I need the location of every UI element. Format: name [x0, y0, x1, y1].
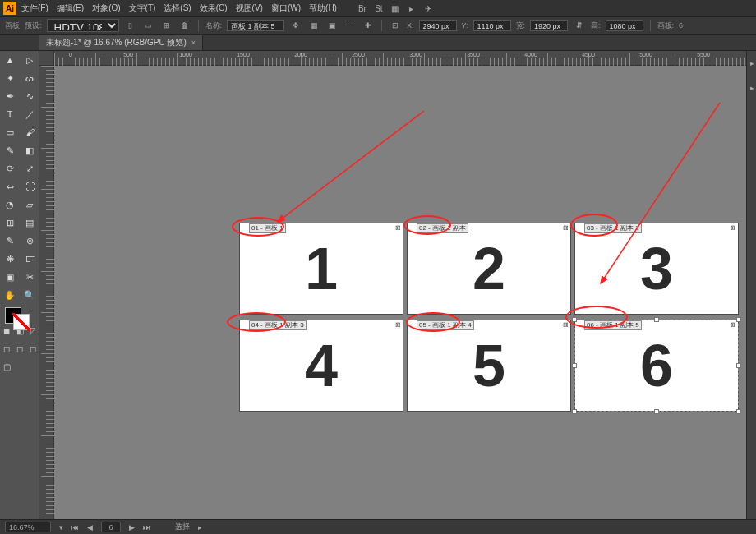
hand-tool[interactable]: ✋: [0, 286, 20, 304]
y-field[interactable]: 1110 px: [473, 20, 511, 31]
move-with-art-icon[interactable]: ✥: [289, 19, 302, 32]
blend-tool[interactable]: ⊚: [20, 232, 39, 250]
draw-behind[interactable]: ◻: [13, 340, 26, 357]
document-tab[interactable]: 未标题-1* @ 16.67% (RGB/GPU 预览) ×: [39, 35, 203, 50]
panel-icon[interactable]: ▸: [747, 76, 756, 100]
artboard-4[interactable]: 4 ⊠: [240, 320, 403, 411]
stroke-swatch[interactable]: [13, 314, 30, 330]
artboard-2[interactable]: 2 ⊠: [408, 223, 570, 314]
align-icon[interactable]: ▦: [307, 19, 320, 32]
width-tool[interactable]: ⇔: [0, 177, 20, 196]
gradient-tool[interactable]: ▤: [20, 214, 39, 232]
curvature-tool[interactable]: ∿: [20, 87, 39, 105]
draw-normal[interactable]: ◻: [0, 340, 13, 357]
artboard-4-label[interactable]: 04 - 画板 1 副本 3: [249, 320, 307, 330]
status-info-dropdown[interactable]: ▸: [198, 523, 202, 532]
perspective-tool[interactable]: ▱: [20, 196, 39, 214]
artboard-5-label[interactable]: 05 - 画板 1 副本 4: [417, 320, 474, 330]
shape-builder-tool[interactable]: ◔: [0, 196, 20, 214]
line-tool[interactable]: ／: [20, 105, 39, 123]
options-icon[interactable]: ⋯: [343, 19, 357, 32]
artboard-name-field[interactable]: 画板 1 副本 5: [227, 20, 284, 31]
right-dock[interactable]: ▸ ▸: [746, 51, 756, 519]
magic-wand-tool[interactable]: ✦: [0, 69, 20, 87]
free-transform-tool[interactable]: ⛶: [20, 177, 39, 196]
zoom-tool[interactable]: 🔍: [20, 286, 39, 304]
canvas-area[interactable]: 0500100015002000250030003500400045005000…: [39, 51, 756, 519]
symbol-sprayer-tool[interactable]: ❋: [0, 250, 20, 268]
artboard-index-field[interactable]: 6: [101, 522, 121, 532]
close-tab-icon[interactable]: ×: [191, 39, 196, 47]
rectangle-tool[interactable]: ▭: [0, 123, 20, 141]
nav-prev-artboard[interactable]: ◀: [87, 523, 93, 532]
delete-artboard-icon[interactable]: 🗑: [178, 19, 191, 32]
menu-object[interactable]: 对象(O): [89, 1, 123, 16]
direct-selection-tool[interactable]: ▷: [20, 51, 39, 69]
eraser-tool[interactable]: ◧: [20, 141, 39, 159]
selection-handle[interactable]: [736, 363, 741, 368]
horizontal-ruler[interactable]: 0500100015002000250030003500400045005000…: [54, 51, 756, 66]
menu-file[interactable]: 文件(F): [18, 1, 52, 16]
artboard-1-label[interactable]: 01 - 画板 1: [249, 223, 286, 233]
selection-handle[interactable]: [736, 409, 741, 414]
send-icon[interactable]: ✈: [422, 2, 434, 14]
fill-stroke-swatch[interactable]: [0, 304, 39, 332]
rotate-tool[interactable]: ⟳: [0, 159, 20, 177]
menu-window[interactable]: 窗口(W): [268, 1, 304, 16]
shaper-tool[interactable]: ✎: [0, 141, 20, 159]
draw-inside[interactable]: ◻: [26, 340, 39, 357]
panel-icon[interactable]: ▸: [747, 51, 756, 76]
nav-first-artboard[interactable]: ⏮: [71, 523, 79, 532]
menu-type[interactable]: 文字(T): [126, 1, 159, 16]
x-field[interactable]: 2940 px: [419, 20, 457, 31]
selection-handle[interactable]: [654, 409, 659, 414]
orientation-portrait-icon[interactable]: ▯: [124, 19, 137, 32]
slice-tool[interactable]: ✂: [20, 268, 39, 286]
menu-view[interactable]: 视图(V): [233, 1, 266, 16]
paintbrush-tool[interactable]: 🖌: [20, 123, 39, 141]
arrange-icon[interactable]: ▦: [390, 2, 401, 14]
link-wh-icon[interactable]: ⇵: [573, 19, 586, 32]
selection-tool[interactable]: ▲: [0, 51, 20, 69]
artboard-1[interactable]: 1 ⊠: [240, 223, 403, 314]
type-tool[interactable]: T: [0, 105, 20, 123]
ruler-origin[interactable]: [39, 51, 54, 66]
show-center-icon[interactable]: ✚: [362, 19, 375, 32]
stock-icon[interactable]: St: [373, 2, 385, 14]
ref-grid-icon[interactable]: ⊡: [389, 19, 402, 32]
h-field[interactable]: 1080 px: [606, 20, 643, 31]
scale-tool[interactable]: ⤢: [20, 159, 39, 177]
selection-handle[interactable]: [736, 317, 741, 322]
artboard-5[interactable]: 5 ⊠: [408, 320, 570, 411]
bridge-icon[interactable]: Br: [357, 2, 368, 14]
new-artboard-icon[interactable]: ⊞: [160, 19, 173, 32]
selection-handle[interactable]: [572, 409, 577, 414]
menu-select[interactable]: 选择(S): [160, 1, 194, 16]
selection-handle[interactable]: [572, 363, 577, 368]
orientation-landscape-icon[interactable]: ▭: [142, 19, 155, 32]
preset-select[interactable]: HDTV 1080: [47, 19, 119, 32]
vertical-ruler[interactable]: [39, 66, 54, 519]
lasso-tool[interactable]: ᔕ: [20, 69, 39, 87]
zoom-dropdown-icon[interactable]: ▾: [59, 523, 63, 532]
menu-edit[interactable]: 编辑(E): [53, 1, 87, 16]
pen-tool[interactable]: ✒: [0, 87, 20, 105]
zoom-field[interactable]: 16.67%: [5, 522, 51, 532]
artboard-tool[interactable]: ▣: [0, 268, 20, 286]
mesh-tool[interactable]: ⊞: [0, 214, 20, 232]
eyedropper-tool[interactable]: ✎: [0, 232, 20, 250]
menu-help[interactable]: 帮助(H): [306, 1, 340, 16]
nav-next-artboard[interactable]: ▶: [129, 523, 135, 532]
selection-handle[interactable]: [654, 317, 659, 322]
w-field[interactable]: 1920 px: [530, 20, 568, 31]
artboard-3-label[interactable]: 03 - 画板 1 副本 2: [584, 223, 642, 233]
artboard-3[interactable]: 3 ⊠: [575, 223, 738, 314]
artboard-2-label[interactable]: 02 - 画板 1 副本: [417, 223, 468, 233]
screen-mode[interactable]: ▢: [0, 358, 13, 375]
gpu-icon[interactable]: ▸: [406, 2, 417, 14]
menu-effect[interactable]: 效果(C): [196, 1, 231, 16]
selection-handle[interactable]: [572, 317, 577, 322]
ref-point-icon[interactable]: ▣: [325, 19, 339, 32]
nav-last-artboard[interactable]: ⏭: [143, 523, 150, 532]
column-graph-tool[interactable]: ⫍: [20, 250, 39, 268]
